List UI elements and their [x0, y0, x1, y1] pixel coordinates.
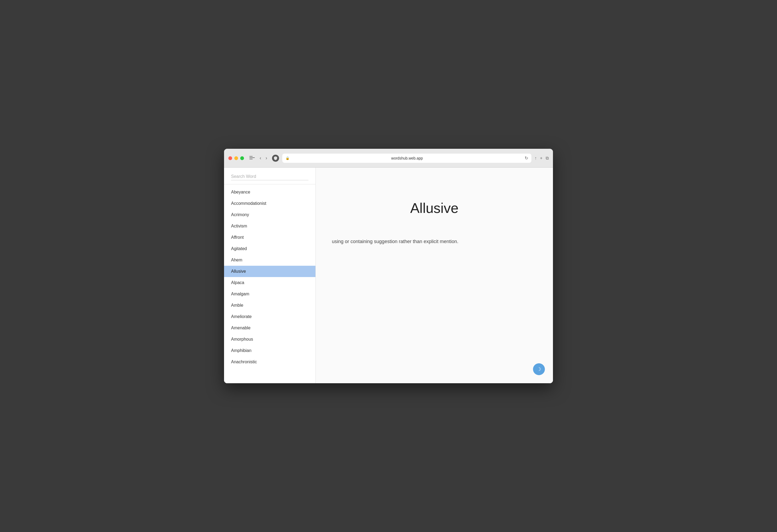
word-definition: using or containing suggestion rather th…: [332, 238, 537, 246]
search-input[interactable]: [231, 173, 309, 180]
word-item-acrimony[interactable]: Acrimony: [224, 209, 315, 221]
share-button[interactable]: ↑: [535, 156, 537, 161]
word-item-ahem[interactable]: Ahem: [224, 254, 315, 266]
word-item-alpaca[interactable]: Alpaca: [224, 277, 315, 288]
word-item-affront[interactable]: Affront: [224, 232, 315, 243]
search-container: [224, 168, 315, 184]
nav-arrows: ‹ ›: [258, 155, 269, 161]
word-item-anachronistic[interactable]: Anachronistic: [224, 356, 315, 368]
back-button[interactable]: ‹: [258, 155, 263, 161]
traffic-lights: [228, 156, 244, 160]
word-item-accommodationist[interactable]: Accommodationist: [224, 198, 315, 209]
word-item-amble[interactable]: Amble: [224, 300, 315, 311]
address-bar: wordshub.web.app: [292, 156, 523, 160]
sidebar-toggle-button[interactable]: [249, 156, 255, 160]
shield-icon: [272, 155, 279, 162]
word-item-abeyance[interactable]: Abeyance: [224, 186, 315, 198]
sidebar: AbeyanceAccommodationistAcrimonyActivism…: [224, 168, 316, 383]
word-item-agitated[interactable]: Agitated: [224, 243, 315, 254]
word-item-amorphous[interactable]: Amorphous: [224, 334, 315, 345]
word-item-allusive[interactable]: Allusive: [224, 266, 315, 277]
word-title: Allusive: [332, 200, 537, 216]
definition-panel: Allusive using or containing suggestion …: [316, 168, 553, 383]
word-item-amenable[interactable]: Amenable: [224, 322, 315, 334]
browser-chrome: ‹ › 🔒 wordshub.web.app ↻ ↑ + ⧉: [224, 149, 553, 168]
add-tab-button[interactable]: +: [540, 156, 542, 161]
forward-button[interactable]: ›: [264, 155, 269, 161]
dark-mode-button[interactable]: ☽: [533, 363, 545, 375]
browser-window: ‹ › 🔒 wordshub.web.app ↻ ↑ + ⧉: [224, 149, 553, 383]
word-item-activism[interactable]: Activism: [224, 221, 315, 232]
address-bar-container[interactable]: 🔒 wordshub.web.app ↻: [282, 154, 531, 163]
word-list: AbeyanceAccommodationistAcrimonyActivism…: [224, 184, 315, 383]
minimize-button[interactable]: [234, 156, 238, 160]
word-item-ameliorate[interactable]: Ameliorate: [224, 311, 315, 322]
tabs-button[interactable]: ⧉: [546, 156, 549, 161]
maximize-button[interactable]: [240, 156, 244, 160]
refresh-button[interactable]: ↻: [525, 155, 528, 161]
main-content: AbeyanceAccommodationistAcrimonyActivism…: [224, 168, 553, 383]
browser-actions: ↑ + ⧉: [535, 156, 549, 161]
word-item-amphibian[interactable]: Amphibian: [224, 345, 315, 356]
word-item-amalgam[interactable]: Amalgam: [224, 288, 315, 300]
close-button[interactable]: [228, 156, 232, 160]
lock-icon: 🔒: [286, 156, 290, 160]
